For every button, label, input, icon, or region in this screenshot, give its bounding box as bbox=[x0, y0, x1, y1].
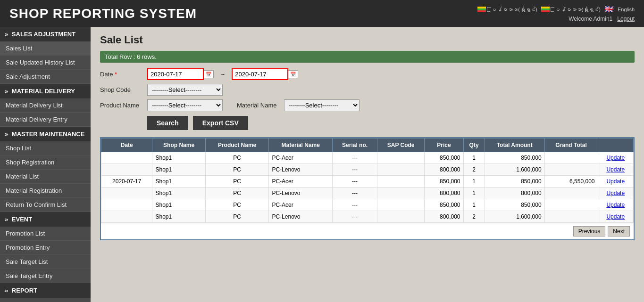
cell-serial-no: --- bbox=[333, 188, 377, 199]
previous-button[interactable]: Previous bbox=[573, 226, 606, 237]
cell-material-name: PC-Lenovo bbox=[269, 164, 333, 176]
cell-material-name: PC-Acer bbox=[269, 176, 333, 188]
cell-action[interactable]: Update bbox=[598, 164, 634, 176]
sidebar-section-master-maintenance: » MASTER MAINTENANCE bbox=[0, 127, 91, 141]
cell-product-name: PC bbox=[205, 152, 269, 164]
sidebar-item-promotion-entry[interactable]: Promotion Entry bbox=[0, 241, 91, 255]
cell-product-name: PC bbox=[205, 164, 269, 176]
update-link[interactable]: Update bbox=[606, 166, 625, 173]
cell-serial-no: --- bbox=[333, 164, 377, 176]
table-row: Shop1 PC PC-Lenovo --- 800,000 2 1,600,0… bbox=[101, 211, 634, 223]
sidebar-item-promotion-list[interactable]: Promotion List bbox=[0, 227, 91, 241]
welcome-text: Welcome Admin1 bbox=[569, 16, 612, 22]
col-date: Date bbox=[101, 139, 152, 152]
table-row: Shop1 PC PC-Acer --- 850,000 1 850,000 U… bbox=[101, 152, 634, 164]
cell-action[interactable]: Update bbox=[598, 211, 634, 223]
lang-myanmar1[interactable]: မြန်မာဘာသာ(ရိုးရှင်း) bbox=[491, 7, 537, 12]
cell-total-amount: 800,000 bbox=[485, 188, 544, 199]
cell-shop-name: Shop1 bbox=[152, 188, 205, 199]
cell-date bbox=[101, 211, 152, 223]
update-link[interactable]: Update bbox=[606, 213, 625, 220]
section-label-master-maintenance: MASTER MAINTENANCE bbox=[12, 131, 85, 138]
date-to-input[interactable] bbox=[232, 68, 288, 80]
section-label-event: EVENT bbox=[12, 216, 32, 223]
update-link[interactable]: Update bbox=[606, 190, 625, 196]
sidebar-item-sale-updated-history-list[interactable]: Sale Updated History List bbox=[0, 56, 91, 70]
search-button[interactable]: Search bbox=[147, 116, 188, 130]
arrow-icon: » bbox=[5, 287, 8, 294]
cell-shop-name: Shop1 bbox=[152, 164, 205, 176]
pagination: Previous Next bbox=[101, 223, 634, 239]
export-csv-button[interactable]: Export CSV bbox=[193, 116, 248, 130]
cell-product-name: PC bbox=[205, 176, 269, 188]
sidebar-item-shop-list[interactable]: Shop List bbox=[0, 141, 91, 155]
cell-action[interactable]: Update bbox=[598, 199, 634, 211]
cell-action[interactable]: Update bbox=[598, 176, 634, 188]
cell-shop-name: Shop1 bbox=[152, 211, 205, 223]
cell-sap-code bbox=[377, 188, 424, 199]
filter-date-row: Date * 📅 ~ 📅 bbox=[100, 68, 635, 80]
sidebar-item-sales-list[interactable]: Sales List bbox=[0, 41, 91, 56]
calendar-from-button[interactable]: 📅 bbox=[204, 70, 214, 78]
sidebar-item-sale-adjustment[interactable]: Sale Adjustment bbox=[0, 70, 91, 84]
main-content: Sale List Total Row : 6 rows. Date * 📅 ~… bbox=[91, 27, 644, 302]
col-serial-no: Serial no. bbox=[333, 139, 377, 152]
cell-grand-total bbox=[544, 152, 598, 164]
material-name-select[interactable]: --------Select-------- bbox=[284, 99, 360, 111]
sidebar-item-material-delivery-list[interactable]: Material Delivery List bbox=[0, 98, 91, 113]
product-name-select[interactable]: --------Select-------- bbox=[147, 99, 223, 111]
shop-code-select[interactable]: --------Select-------- bbox=[147, 84, 223, 96]
update-link[interactable]: Update bbox=[606, 155, 625, 161]
flag-myanmar1 bbox=[477, 7, 486, 12]
cell-sap-code bbox=[377, 211, 424, 223]
cell-action[interactable]: Update bbox=[598, 188, 634, 199]
col-total-amount: Total Amount bbox=[485, 139, 544, 152]
sidebar-item-material-list[interactable]: Material List bbox=[0, 170, 91, 184]
cell-price: 850,000 bbox=[425, 152, 463, 164]
flag-uk: 🇬🇧 bbox=[604, 5, 614, 14]
sidebar-item-sale-target-list[interactable]: Sale Target List bbox=[0, 255, 91, 269]
cell-date bbox=[101, 188, 152, 199]
filter-product-material-row: Product Name --------Select-------- Mate… bbox=[100, 99, 635, 111]
required-asterisk: * bbox=[115, 71, 117, 78]
cell-sap-code bbox=[377, 199, 424, 211]
sidebar-item-material-registration[interactable]: Material Registration bbox=[0, 184, 91, 198]
sale-list-table: Date Shop Name Product Name Material Nam… bbox=[101, 138, 634, 223]
cell-action[interactable]: Update bbox=[598, 152, 634, 164]
material-name-label: Material Name bbox=[237, 102, 279, 109]
section-label-sales-adjustment: SALES ADJUSTMENT bbox=[12, 31, 75, 38]
cell-sap-code bbox=[377, 152, 424, 164]
next-button[interactable]: Next bbox=[608, 226, 630, 237]
logout-link[interactable]: Logout bbox=[617, 16, 635, 22]
sidebar-item-report[interactable]: Report bbox=[0, 298, 91, 302]
sidebar-item-material-delivery-entry[interactable]: Material Delivery Entry bbox=[0, 113, 91, 127]
lang-english[interactable]: English bbox=[618, 7, 635, 12]
table-header-row: Date Shop Name Product Name Material Nam… bbox=[101, 139, 634, 152]
sidebar-item-return-to-confirm-list[interactable]: Return To Confirm List bbox=[0, 198, 91, 212]
cell-product-name: PC bbox=[205, 211, 269, 223]
sidebar-item-shop-registration[interactable]: Shop Registration bbox=[0, 155, 91, 170]
sidebar: » SALES ADJUSTMENT Sales List Sale Updat… bbox=[0, 27, 91, 302]
shop-code-label: Shop Code bbox=[100, 86, 142, 93]
cell-serial-no: --- bbox=[333, 152, 377, 164]
cell-serial-no: --- bbox=[333, 176, 377, 188]
calendar-to-button[interactable]: 📅 bbox=[288, 70, 298, 78]
section-label-report: REPORT bbox=[12, 287, 37, 294]
sidebar-item-sale-target-entry[interactable]: Sale Target Entry bbox=[0, 269, 91, 283]
cell-serial-no: --- bbox=[333, 199, 377, 211]
cell-grand-total bbox=[544, 199, 598, 211]
cell-date bbox=[101, 152, 152, 164]
col-shop-name: Shop Name bbox=[152, 139, 205, 152]
sale-list-table-container: Date Shop Name Product Name Material Nam… bbox=[100, 137, 635, 240]
update-link[interactable]: Update bbox=[606, 202, 625, 208]
update-link[interactable]: Update bbox=[606, 178, 625, 185]
lang-myanmar2[interactable]: မြန်မာဘာသာ(ရိုးရှင်း) bbox=[554, 7, 601, 12]
date-to-wrapper: 📅 bbox=[232, 68, 298, 80]
cell-price: 850,000 bbox=[425, 199, 463, 211]
date-from-input[interactable] bbox=[147, 68, 204, 80]
filter-buttons: Search Export CSV bbox=[147, 116, 635, 130]
cell-total-amount: 850,000 bbox=[485, 176, 544, 188]
sidebar-section-material-delivery: » MATERIAL DELIVERY bbox=[0, 84, 91, 98]
cell-shop-name: Shop1 bbox=[152, 176, 205, 188]
app-title: SHOP REPORTING SYSTEM bbox=[9, 6, 197, 21]
